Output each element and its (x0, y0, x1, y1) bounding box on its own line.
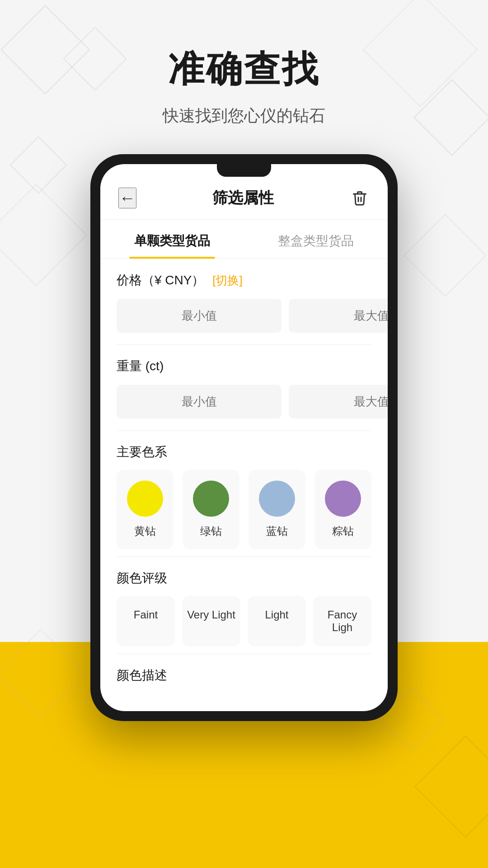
rating-fancy-light[interactable]: Fancy Ligh (313, 596, 371, 646)
blue-label: 蓝钻 (266, 524, 288, 538)
rating-label: 颜色评级 (117, 570, 371, 587)
weight-label: 重量 (ct) (117, 358, 371, 375)
back-button[interactable]: ← (118, 188, 136, 208)
blue-circle (259, 481, 295, 517)
green-circle (193, 481, 229, 517)
trash-button[interactable] (350, 188, 370, 208)
phone-screen: ← 筛选属性 单颗类型货品 整盒类型 (100, 164, 388, 711)
color-desc-label: 颜色描述 (117, 667, 371, 684)
weight-max-input[interactable] (289, 385, 388, 419)
weight-section: 重量 (ct) 范围 ▼ (100, 345, 388, 430)
rating-section: 颜色评级 Faint Very Light Light Fancy Ligh (100, 557, 388, 654)
hero-section: 准确查找 快速找到您心仪的钻石 (0, 0, 488, 127)
color-item-purple[interactable]: 粽钻 (314, 470, 371, 549)
phone-wrapper: ← 筛选属性 单颗类型货品 整盒类型 (0, 154, 488, 721)
purple-label: 粽钻 (332, 524, 354, 538)
green-label: 绿钻 (200, 524, 222, 538)
rating-very-light[interactable]: Very Light (182, 596, 240, 646)
phone-frame: ← 筛选属性 单颗类型货品 整盒类型 (90, 154, 398, 721)
color-label: 主要色系 (117, 443, 371, 461)
price-input-row: 范围 ▼ (117, 298, 371, 334)
phone-notch (217, 164, 271, 177)
yellow-circle (127, 481, 163, 517)
color-section: 主要色系 黄钻 绿钻 蓝钻 (100, 431, 388, 557)
purple-circle (325, 481, 361, 517)
color-item-green[interactable]: 绿钻 (183, 470, 239, 549)
price-section: 价格（¥ CNY） [切换] 范围 ▼ (100, 259, 388, 344)
switch-button[interactable]: [切换] (212, 274, 242, 287)
tab-bar: 单颗类型货品 整盒类型货品 (100, 220, 388, 259)
weight-min-input[interactable] (117, 385, 282, 419)
price-max-input[interactable] (289, 299, 388, 333)
price-min-input[interactable] (117, 299, 282, 333)
weight-input-row: 范围 ▼ (117, 384, 371, 420)
tab-single[interactable]: 单颗类型货品 (100, 220, 244, 259)
hero-title: 准确查找 (0, 45, 488, 94)
price-label: 价格（¥ CNY） [切换] (117, 272, 371, 289)
rating-faint[interactable]: Faint (117, 596, 175, 646)
color-desc-section: 颜色描述 (100, 654, 388, 711)
hero-subtitle: 快速找到您心仪的钻石 (0, 105, 488, 127)
header-title: 筛选属性 (212, 188, 274, 208)
rating-grid: Faint Very Light Light Fancy Ligh (117, 596, 371, 646)
color-item-yellow[interactable]: 黄钻 (117, 470, 174, 549)
yellow-label: 黄钻 (134, 524, 156, 538)
tab-box[interactable]: 整盒类型货品 (244, 220, 388, 259)
color-item-blue[interactable]: 蓝钻 (249, 470, 305, 549)
color-grid: 黄钻 绿钻 蓝钻 粽钻 (117, 470, 371, 549)
rating-light[interactable]: Light (248, 596, 306, 646)
